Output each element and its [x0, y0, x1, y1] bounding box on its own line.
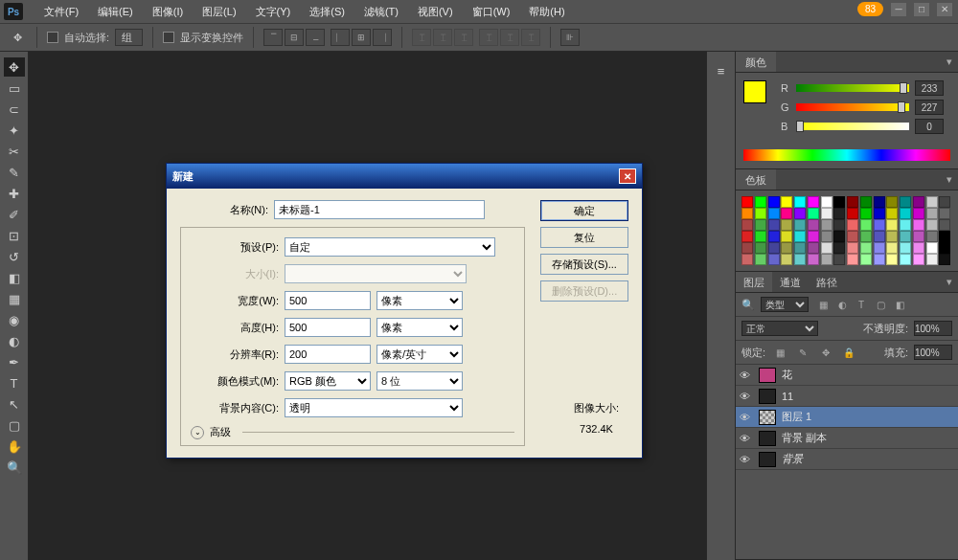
close-button[interactable]: ✕ — [937, 3, 952, 16]
update-badge[interactable]: 83 — [857, 2, 883, 16]
swatch-item[interactable] — [821, 196, 833, 208]
visibility-icon[interactable]: 👁 — [740, 370, 753, 381]
history-brush-tool[interactable]: ↺ — [4, 247, 25, 266]
swatch-item[interactable] — [781, 242, 792, 254]
lock-all-icon[interactable]: 🔒 — [840, 345, 857, 360]
g-value[interactable] — [915, 100, 944, 115]
bg-select[interactable]: 透明 — [285, 398, 463, 417]
swatch-item[interactable] — [794, 219, 806, 231]
wand-tool[interactable]: ✦ — [4, 121, 25, 140]
gradient-tool[interactable]: ▦ — [4, 289, 25, 308]
swatch-item[interactable] — [913, 196, 924, 208]
swatch-item[interactable] — [768, 231, 780, 242]
menu-select[interactable]: 选择(S) — [300, 5, 354, 19]
tab-layers[interactable]: 图层 — [736, 272, 772, 292]
align-vcenter-icon[interactable]: ⊟ — [285, 29, 304, 46]
swatch-item[interactable] — [874, 219, 885, 231]
kind-select[interactable]: 类型 — [761, 297, 809, 312]
layer-row[interactable]: 👁 图层 1 — [736, 407, 958, 428]
menu-filter[interactable]: 滤镜(T) — [354, 5, 408, 19]
swatch-item[interactable] — [874, 208, 885, 219]
shape-tool[interactable]: ▢ — [4, 415, 25, 435]
swatch-item[interactable] — [821, 219, 833, 231]
swatch-item[interactable] — [939, 196, 950, 208]
tab-channels[interactable]: 通道 — [772, 272, 809, 292]
tab-paths[interactable]: 路径 — [809, 272, 845, 292]
show-transform-checkbox[interactable] — [163, 32, 174, 43]
swatch-item[interactable] — [926, 254, 938, 265]
layer-row[interactable]: 👁 花 — [736, 365, 958, 386]
ok-button[interactable]: 确定 — [540, 200, 628, 221]
swatch-item[interactable] — [741, 231, 753, 242]
color-spectrum[interactable] — [743, 149, 950, 161]
swatch-item[interactable] — [900, 219, 911, 231]
foreground-swatch[interactable] — [743, 80, 766, 103]
swatch-item[interactable] — [781, 231, 792, 242]
align-top-icon[interactable]: ⎺ — [263, 29, 283, 46]
swatch-item[interactable] — [874, 196, 885, 208]
cancel-button[interactable]: 复位 — [540, 227, 628, 248]
menu-help[interactable]: 帮助(H) — [519, 5, 574, 19]
swatches-menu-icon[interactable]: ▾ — [941, 169, 958, 190]
lock-paint-icon[interactable]: ✎ — [794, 345, 811, 360]
swatch-item[interactable] — [900, 231, 911, 242]
swatch-item[interactable] — [926, 242, 938, 254]
swatch-item[interactable] — [794, 231, 806, 242]
layer-row[interactable]: 👁 11 — [736, 386, 958, 407]
swatch-item[interactable] — [833, 231, 845, 242]
swatch-item[interactable] — [808, 208, 819, 219]
swatches-grid[interactable] — [736, 190, 958, 271]
swatch-item[interactable] — [939, 231, 950, 242]
swatch-item[interactable] — [781, 254, 792, 265]
b-slider[interactable] — [796, 123, 909, 130]
swatch-item[interactable] — [755, 219, 766, 231]
swatch-item[interactable] — [741, 254, 753, 265]
swatch-item[interactable] — [768, 219, 780, 231]
swatch-item[interactable] — [926, 219, 938, 231]
b-value[interactable] — [915, 119, 944, 134]
hand-tool[interactable]: ✋ — [4, 437, 25, 456]
visibility-icon[interactable]: 👁 — [740, 391, 753, 402]
swatch-item[interactable] — [741, 208, 753, 219]
swatch-item[interactable] — [926, 208, 938, 219]
swatch-item[interactable] — [755, 196, 766, 208]
swatch-item[interactable] — [741, 196, 753, 208]
marquee-tool[interactable]: ▭ — [4, 78, 25, 98]
swatch-item[interactable] — [847, 196, 858, 208]
swatch-item[interactable] — [886, 231, 898, 242]
swatch-item[interactable] — [860, 242, 872, 254]
pen-tool[interactable]: ✒ — [4, 352, 25, 371]
move-tool[interactable]: ✥ — [4, 57, 25, 77]
dialog-titlebar[interactable]: 新建 ✕ — [167, 164, 642, 189]
r-slider[interactable] — [796, 84, 909, 92]
panel-menu-icon[interactable]: ▾ — [941, 52, 958, 72]
lock-trans-icon[interactable]: ▦ — [771, 345, 788, 360]
swatch-item[interactable] — [833, 196, 845, 208]
f-type-icon[interactable]: T — [853, 297, 870, 312]
layer-name[interactable]: 图层 1 — [782, 410, 811, 424]
swatch-item[interactable] — [913, 208, 924, 219]
swatch-item[interactable] — [781, 208, 792, 219]
menu-image[interactable]: 图像(I) — [143, 5, 193, 19]
swatch-item[interactable] — [886, 254, 898, 265]
swatch-item[interactable] — [781, 219, 792, 231]
swatch-item[interactable] — [755, 231, 766, 242]
swatch-item[interactable] — [886, 242, 898, 254]
swatch-item[interactable] — [913, 219, 924, 231]
dodge-tool[interactable]: ◐ — [4, 331, 25, 350]
resolution-unit[interactable]: 像素/英寸 — [376, 345, 463, 364]
swatch-item[interactable] — [821, 242, 833, 254]
f-shape-icon[interactable]: ▢ — [872, 297, 889, 312]
type-tool[interactable]: T — [4, 373, 25, 392]
dialog-close-icon[interactable]: ✕ — [619, 168, 636, 184]
auto-select-type[interactable]: 组 — [115, 29, 143, 46]
swatch-item[interactable] — [821, 231, 833, 242]
swatch-item[interactable] — [860, 208, 872, 219]
fill-value[interactable] — [914, 345, 952, 360]
align-left-icon[interactable]: ⎸ — [331, 29, 350, 46]
menu-window[interactable]: 窗口(W) — [463, 5, 520, 19]
resolution-input[interactable] — [285, 345, 371, 364]
layer-name[interactable]: 花 — [782, 368, 792, 382]
swatch-item[interactable] — [768, 254, 780, 265]
preset-select[interactable]: 自定 — [285, 237, 495, 257]
